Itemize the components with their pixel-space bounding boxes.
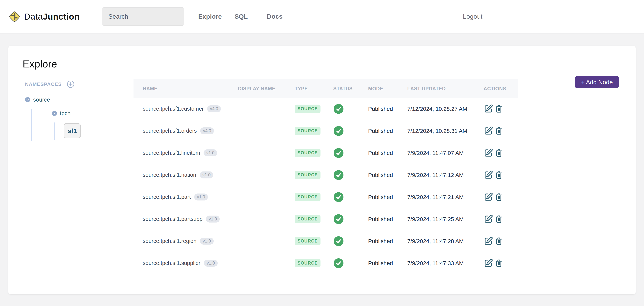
namespaces-label: NAMESPACES <box>25 81 62 87</box>
nav-link-explore[interactable]: Explore <box>198 13 222 20</box>
version-badge: v1.0 <box>204 260 218 267</box>
nav-link-docs[interactable]: Docs <box>267 13 282 20</box>
page-background: Explore NAMESPACES <box>0 33 644 294</box>
edit-icon[interactable] <box>484 170 493 180</box>
edit-icon[interactable] <box>484 214 493 224</box>
mode-cell: Published <box>368 128 407 134</box>
trash-icon[interactable] <box>494 236 503 246</box>
tree-item-source[interactable]: source <box>25 96 134 104</box>
top-navigation-bar: DataJunction Explore SQL Docs Logout <box>0 0 644 33</box>
last-updated-cell: 7/9/2024, 11:47:12 AM <box>407 172 483 178</box>
logout-button[interactable]: Logout <box>463 13 482 20</box>
status-check-icon <box>334 214 344 224</box>
node-name-link[interactable]: source.tpch.sf1.lineitem <box>143 150 200 156</box>
chevron-down-icon <box>25 97 30 102</box>
tree-item-tpch[interactable]: tpch <box>52 109 134 117</box>
last-updated-cell: 7/9/2024, 11:47:28 AM <box>407 238 483 244</box>
tree-item-label: tpch <box>60 110 70 116</box>
type-badge: SOURCE <box>295 259 320 267</box>
tree-item-label: source <box>33 97 50 103</box>
table-row: source.tpch.sf1.customer v4.0 SOURCE Pub… <box>134 98 518 120</box>
column-header-actions: ACTIONS <box>483 86 518 92</box>
node-name-link[interactable]: source.tpch.sf1.part <box>143 194 191 200</box>
column-header-display-name: DISPLAY NAME <box>238 86 294 92</box>
tree-item-sf1-selected[interactable]: sf1 <box>64 123 81 138</box>
trash-icon[interactable] <box>494 258 503 268</box>
node-name-link[interactable]: source.tpch.sf1.nation <box>143 172 196 178</box>
mode-cell: Published <box>368 238 407 244</box>
type-badge: SOURCE <box>295 149 320 157</box>
mode-cell: Published <box>368 150 407 156</box>
status-check-icon <box>334 126 344 136</box>
node-name-link[interactable]: source.tpch.sf1.customer <box>143 106 204 112</box>
mode-cell: Published <box>368 106 407 112</box>
last-updated-cell: 7/12/2024, 10:28:27 AM <box>407 106 483 112</box>
status-check-icon <box>334 258 344 268</box>
status-check-icon <box>334 236 344 246</box>
trash-icon[interactable] <box>494 148 503 158</box>
status-check-icon <box>334 192 344 202</box>
trash-icon[interactable] <box>494 192 503 202</box>
last-updated-cell: 7/9/2024, 11:47:21 AM <box>407 194 483 200</box>
version-badge: v1.0 <box>206 216 220 222</box>
table-row: source.tpch.sf1.part v1.0 SOURCE Publish… <box>134 186 518 208</box>
trash-icon[interactable] <box>494 214 503 224</box>
edit-icon[interactable] <box>484 192 493 202</box>
type-badge: SOURCE <box>295 237 320 245</box>
namespaces-panel: NAMESPACES <box>8 79 134 141</box>
status-check-icon <box>334 148 344 158</box>
mode-cell: Published <box>368 260 407 266</box>
last-updated-cell: 7/9/2024, 11:47:07 AM <box>407 150 483 156</box>
mode-cell: Published <box>368 194 407 200</box>
status-check-icon <box>334 104 344 114</box>
main-nav: Explore SQL Docs <box>198 13 283 20</box>
type-badge: SOURCE <box>295 215 320 223</box>
mode-cell: Published <box>368 216 407 222</box>
edit-icon[interactable] <box>484 236 493 246</box>
add-node-button[interactable]: + Add Node <box>575 76 619 88</box>
last-updated-cell: 7/9/2024, 11:47:33 AM <box>407 260 483 266</box>
explore-card: Explore NAMESPACES <box>8 46 636 294</box>
brand[interactable]: DataJunction <box>8 10 80 23</box>
column-header-mode: MODE <box>368 86 407 92</box>
edit-icon[interactable] <box>484 126 493 136</box>
namespace-tree: source tpch sf1 <box>25 96 134 141</box>
chevron-down-icon <box>52 111 57 116</box>
column-header-name: NAME <box>134 86 238 92</box>
type-badge: SOURCE <box>295 193 320 201</box>
edit-icon[interactable] <box>484 148 493 158</box>
table-row: source.tpch.sf1.region v1.0 SOURCE Publi… <box>134 230 518 252</box>
node-name-link[interactable]: source.tpch.sf1.supplier <box>143 260 200 266</box>
status-check-icon <box>334 170 344 180</box>
column-header-last-updated: LAST UPDATED <box>407 86 483 92</box>
table-row: source.tpch.sf1.lineitem v1.0 SOURCE Pub… <box>134 142 518 164</box>
mode-cell: Published <box>368 172 407 178</box>
column-header-type: TYPE <box>294 86 333 92</box>
brand-name: DataJunction <box>24 12 80 22</box>
version-badge: v1.0 <box>200 171 213 178</box>
version-badge: v4.0 <box>207 105 221 112</box>
last-updated-cell: 7/12/2024, 10:28:31 AM <box>407 128 483 134</box>
type-badge: SOURCE <box>295 105 320 113</box>
table-header-row: NAME DISPLAY NAME TYPE STATUS MODE LAST … <box>134 79 518 98</box>
type-badge: SOURCE <box>295 127 320 135</box>
add-namespace-icon[interactable] <box>67 80 74 88</box>
node-name-link[interactable]: source.tpch.sf1.partsupp <box>143 216 202 222</box>
search-input[interactable] <box>102 7 184 26</box>
table-row: source.tpch.sf1.orders v4.0 SOURCE Publi… <box>134 120 518 142</box>
column-header-status: STATUS <box>333 86 368 92</box>
trash-icon[interactable] <box>494 104 503 114</box>
version-badge: v1.0 <box>194 193 208 200</box>
node-name-link[interactable]: source.tpch.sf1.orders <box>143 128 197 134</box>
edit-icon[interactable] <box>484 104 493 114</box>
trash-icon[interactable] <box>494 126 503 136</box>
datajunction-logo-icon <box>8 10 21 23</box>
table-row: source.tpch.sf1.partsupp v1.0 SOURCE Pub… <box>134 208 518 230</box>
type-badge: SOURCE <box>295 171 320 179</box>
trash-icon[interactable] <box>494 170 503 180</box>
nav-link-sql[interactable]: SQL <box>235 13 248 20</box>
node-name-link[interactable]: source.tpch.sf1.region <box>143 238 196 244</box>
edit-icon[interactable] <box>484 258 493 268</box>
page-title: Explore <box>22 46 636 70</box>
last-updated-cell: 7/9/2024, 11:47:25 AM <box>407 216 483 222</box>
